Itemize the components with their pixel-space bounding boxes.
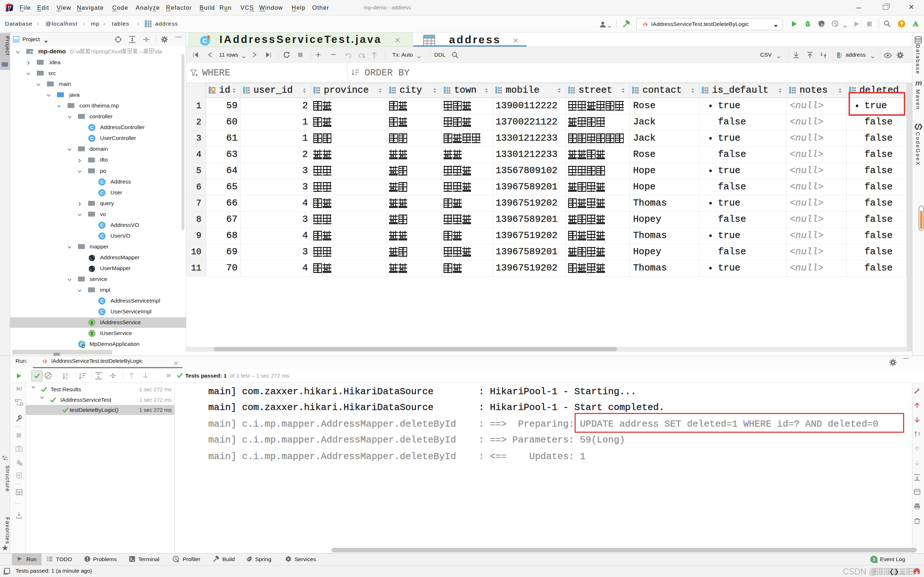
svg-text:C: C: [100, 233, 104, 239]
svg-text:C: C: [100, 298, 104, 304]
svg-text:C: C: [90, 125, 94, 130]
svg-text:I: I: [91, 331, 93, 336]
svg-text:C: C: [100, 309, 104, 314]
svg-text:C: C: [100, 190, 104, 195]
svg-text:3: 3: [873, 557, 875, 562]
svg-text:C: C: [90, 135, 94, 141]
svg-text:C: C: [100, 222, 104, 228]
svg-text:a: a: [66, 372, 68, 376]
svg-text:C: C: [100, 179, 104, 185]
svg-text:z: z: [66, 376, 68, 380]
svg-text:I: I: [91, 320, 93, 325]
svg-text:C: C: [202, 37, 207, 44]
svg-text:9: 9: [19, 387, 22, 391]
